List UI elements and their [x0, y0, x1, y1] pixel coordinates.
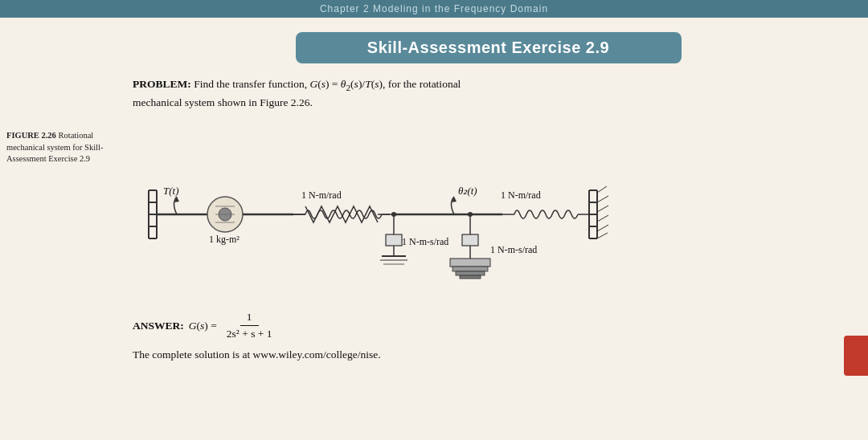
fraction-denominator: 2s² + s + 1: [223, 326, 276, 340]
website-text: The complete solution is at www.wiley.co…: [133, 348, 844, 361]
svg-rect-17: [386, 234, 402, 246]
diagram-svg: T(t) 1 kg-m² 1 N-m/rad: [133, 126, 760, 303]
svg-point-38: [468, 212, 473, 217]
svg-rect-40: [462, 234, 478, 246]
left-sidebar: FIGURE 2.26 Rotational mechanical system…: [0, 18, 117, 440]
svg-rect-42: [450, 259, 490, 267]
svg-line-33: [597, 196, 608, 202]
problem-label: PROBLEM:: [133, 78, 191, 90]
answer-label: ANSWER:: [133, 320, 184, 332]
svg-line-32: [597, 186, 607, 193]
title-box: Skill-Assessment Exercise 2.9: [296, 32, 682, 63]
title: Skill-Assessment Exercise 2.9: [320, 39, 657, 57]
red-tab: [844, 336, 868, 376]
answer-fraction: 1 2s² + s + 1: [223, 311, 276, 340]
fraction-numerator: 1: [240, 311, 259, 326]
svg-line-36: [597, 225, 608, 231]
svg-rect-44: [456, 271, 485, 275]
svg-rect-43: [452, 267, 488, 271]
figure-label: FIGURE 2.26: [6, 131, 56, 140]
main-content: FIGURE 2.26 Rotational mechanical system…: [0, 18, 868, 440]
spring2-label: 1 N-m/rad: [501, 189, 541, 201]
damper-bot-label: 1 N-m-s/rad: [490, 244, 537, 255]
T-label: T(t): [163, 185, 179, 197]
problem-text: PROBLEM: Find the transfer function, G(s…: [133, 76, 844, 112]
damper-mid-label: 1 N-m-s/rad: [402, 236, 448, 247]
theta2-label: θ₂(t): [458, 185, 477, 197]
top-bar-text: Chapter 2 Modeling in the Frequency Doma…: [320, 3, 548, 14]
spring1-label: 1 N-m/rad: [301, 189, 342, 201]
svg-line-34: [597, 206, 608, 212]
answer-section: ANSWER: G(s) = 1 2s² + s + 1: [133, 311, 844, 340]
gs-equals: G(s) =: [189, 320, 217, 332]
inertia-label: 1 kg-m²: [209, 234, 240, 245]
top-bar: Chapter 2 Modeling in the Frequency Doma…: [0, 0, 868, 18]
content-area: Skill-Assessment Exercise 2.9 PROBLEM: F…: [117, 18, 868, 440]
svg-line-37: [597, 233, 608, 238]
svg-line-35: [597, 215, 608, 222]
svg-rect-45: [460, 275, 481, 279]
diagram-area: T(t) 1 kg-m² 1 N-m/rad: [133, 126, 844, 303]
